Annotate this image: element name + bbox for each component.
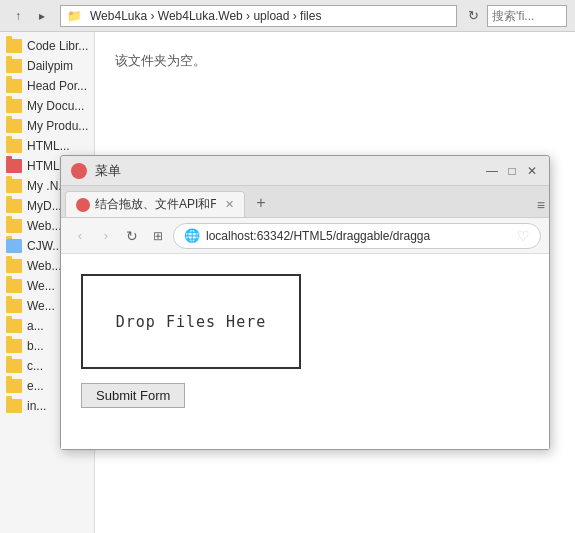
browser-navbar: ‹ › ↻ ⊞ 🌐 localhost:63342/HTML5/draggabl… [61,218,549,254]
reload-button[interactable]: ↻ [121,225,143,247]
path-folder-icon: 📁 [67,9,82,23]
empty-folder-text: 该文件夹为空。 [115,53,206,68]
sidebar-item-label: CJW... [27,239,62,253]
sidebar-item-1[interactable]: Dailypim [0,56,94,76]
sidebar-item-label: HTML... [27,139,70,153]
back-nav-button[interactable]: ‹ [69,225,91,247]
address-bar[interactable]: 📁 Web4Luka › Web4Luka.Web › upload › fil… [60,5,457,27]
sidebar-item-label: Web... [27,259,61,273]
drop-zone-text: Drop Files Here [116,313,266,331]
folder-icon [6,359,22,373]
folder-icon [6,99,22,113]
tab-menu-button[interactable]: ≡ [537,197,545,217]
sidebar-item-label: We... [27,279,55,293]
browser-favicon-icon [71,163,87,179]
folder-icon [6,239,22,253]
up-button[interactable]: ▸ [32,6,52,26]
sidebar-item-label: My Docu... [27,99,84,113]
sidebar-item-label: in... [27,399,46,413]
url-bar[interactable]: 🌐 localhost:63342/HTML5/draggable/dragga… [173,223,541,249]
folder-icon [6,119,22,133]
address-path: 📁 Web4Luka › Web4Luka.Web › upload › fil… [67,9,321,23]
folder-icon [6,339,22,353]
tab-label: 结合拖放、文件API和For... [95,196,216,213]
globe-icon: 🌐 [184,228,200,243]
address-text: Web4Luka › Web4Luka.Web › upload › files [90,9,321,23]
close-button[interactable]: ✕ [525,164,539,178]
browser-window: 菜单 — □ ✕ 结合拖放、文件API和For... ✕ + ≡ ‹ › ↻ ⊞… [60,155,550,450]
back-button[interactable]: ↑ [8,6,28,26]
sidebar-item-2[interactable]: Head Por... [0,76,94,96]
new-tab-button[interactable]: + [249,191,273,215]
sidebar-item-label: My Produ... [27,119,88,133]
minimize-button[interactable]: — [485,164,499,178]
sidebar-item-label: Web... [27,219,61,233]
submit-form-button[interactable]: Submit Form [81,383,185,408]
url-text: localhost:63342/HTML5/draggable/dragga [206,229,511,243]
grid-view-button[interactable]: ⊞ [147,225,169,247]
folder-icon [6,139,22,153]
drop-zone[interactable]: Drop Files Here [81,274,301,369]
sidebar-item-label: b... [27,339,44,353]
sidebar-item-label: Code Libr... [27,39,88,53]
sidebar-item-label: Dailypim [27,59,73,73]
browser-title-text: 菜单 [95,162,485,180]
sidebar-item-3[interactable]: My Docu... [0,96,94,116]
folder-icon [6,259,22,273]
browser-content: Drop Files Here Submit Form [61,254,549,449]
folder-icon-red [6,159,22,173]
explorer-nav-arrows: ↑ ▸ [8,6,52,26]
window-controls: — □ ✕ [485,164,539,178]
folder-icon [6,319,22,333]
folder-icon [6,199,22,213]
sidebar-item-5[interactable]: HTML... [0,136,94,156]
browser-tabbar: 结合拖放、文件API和For... ✕ + ≡ [61,186,549,218]
folder-icon [6,39,22,53]
maximize-button[interactable]: □ [505,164,519,178]
sidebar-item-label: e... [27,379,44,393]
sidebar-item-label: MyD... [27,199,62,213]
sidebar-item-0[interactable]: Code Libr... [0,36,94,56]
search-input[interactable] [487,5,567,27]
folder-icon [6,279,22,293]
folder-icon [6,399,22,413]
browser-tab[interactable]: 结合拖放、文件API和For... ✕ [65,191,245,217]
tab-close-button[interactable]: ✕ [225,198,234,211]
sidebar-item-4[interactable]: My Produ... [0,116,94,136]
tab-favicon-icon [76,198,90,212]
forward-nav-button[interactable]: › [95,225,117,247]
bookmark-icon[interactable]: ♡ [517,228,530,244]
folder-icon [6,59,22,73]
folder-icon [6,179,22,193]
sidebar-item-label: Head Por... [27,79,87,93]
sidebar-item-label: We... [27,299,55,313]
sidebar-item-label: a... [27,319,44,333]
browser-titlebar: 菜单 — □ ✕ [61,156,549,186]
folder-icon [6,379,22,393]
explorer-titlebar: ↑ ▸ 📁 Web4Luka › Web4Luka.Web › upload ›… [0,0,575,32]
folder-icon [6,219,22,233]
refresh-button[interactable]: ↻ [463,6,483,26]
folder-icon [6,79,22,93]
folder-icon [6,299,22,313]
sidebar-item-label: c... [27,359,43,373]
